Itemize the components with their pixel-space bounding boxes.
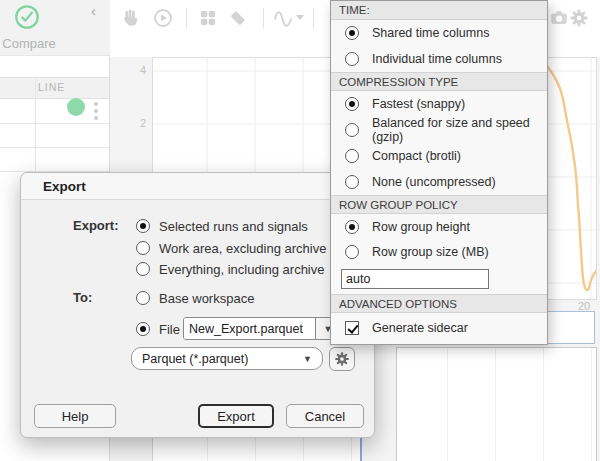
y-tick-4: 4 [130,64,146,76]
radio-icon[interactable] [136,262,150,276]
column-divider [35,77,36,171]
radio-label: Row group height [372,220,470,234]
export-button[interactable]: Export [198,404,274,428]
row-group-value-row [331,264,547,294]
radio-none-uncompressed[interactable]: None (uncompressed) [331,169,547,195]
radio-shared-time-columns[interactable]: Shared time columns [331,20,547,46]
radio-label: Balanced for size and speed (gzip) [372,116,547,144]
radio-everything[interactable]: Everything, including archive [136,260,324,278]
pan-hand-icon[interactable] [120,7,142,29]
radio-label: Compact (brotli) [372,149,461,163]
radio-icon[interactable] [345,97,359,111]
radio-icon[interactable] [345,123,359,137]
row-group-value-input[interactable] [341,269,489,289]
file-type-value: Parquet (*.parquet) [142,352,248,366]
radio-icon[interactable] [136,291,150,305]
radio-individual-time-columns[interactable]: Individual time columns [331,46,547,72]
row-divider [0,55,109,56]
radio-row-group-height[interactable]: Row group height [331,214,547,240]
signal-wave-icon[interactable] [272,7,294,29]
eraser-icon[interactable] [227,7,249,29]
radio-label: None (uncompressed) [372,175,496,189]
toolbar-divider [263,8,264,29]
section-header-row-group: ROW GROUP POLICY [331,195,547,214]
signal-curve [543,60,596,290]
parquet-options-panel: TIME: Shared time columns Individual tim… [330,0,548,345]
radio-selected-runs[interactable]: Selected runs and signals [136,217,308,235]
radio-label: Row group size (MB) [372,245,489,259]
radio-label: Everything, including archive [159,262,324,277]
checkbox-label: Generate sidecar [372,321,468,335]
file-name-combobox[interactable]: ▼ [183,317,341,340]
row-menu-icon[interactable] [94,99,98,123]
gridline [591,348,592,461]
cancel-button-label: Cancel [305,409,345,424]
export-group-label: Export: [73,218,119,233]
radio-fastest-snappy[interactable]: Fastest (snappy) [331,91,547,117]
export-button-label: Export [217,409,255,424]
radio-label: File [159,322,180,337]
export-dialog-title: Export [43,179,86,194]
radio-file[interactable]: File [136,320,180,338]
chart-bottom-right[interactable] [396,347,597,461]
row-divider [0,123,109,124]
help-button[interactable]: Help [34,404,116,428]
chevron-down-icon: ▼ [303,354,312,364]
gridline [543,348,544,461]
signal-color-dot[interactable] [67,98,85,116]
radio-label: Base workspace [159,291,254,306]
checkbox-generate-sidecar[interactable]: Generate sidecar [331,313,547,343]
file-type-dropdown[interactable]: Parquet (*.parquet) ▼ [131,347,323,370]
file-name-input[interactable] [184,318,315,339]
radio-label: Selected runs and signals [159,219,308,234]
gridline [447,348,448,461]
radio-icon[interactable] [136,241,150,255]
radio-work-area[interactable]: Work area, excluding archive [136,239,326,257]
gridline [495,348,496,461]
section-header-time: TIME: [331,1,547,20]
help-button-label: Help [62,409,89,424]
gear-icon [334,351,350,367]
line-column-header: LINE [38,81,65,93]
collapse-chevron-icon[interactable]: ‹ [91,2,96,19]
radio-label: Shared time columns [372,26,489,40]
toolbar-divider [313,8,314,29]
radio-icon[interactable] [345,175,359,189]
radio-icon[interactable] [345,26,359,40]
section-header-advanced: ADVANCED OPTIONS [331,294,547,313]
radio-label: Work area, excluding archive [159,241,326,256]
export-dialog: Export Export: Selected runs and signals… [20,172,375,438]
radio-row-group-size[interactable]: Row group size (MB) [331,240,547,264]
radio-label: Fastest (snappy) [372,97,465,111]
checkbox-icon[interactable] [345,321,359,335]
radio-icon[interactable] [136,322,150,336]
section-header-compression: COMPRESSION TYPE [331,72,547,91]
radio-icon[interactable] [345,220,359,234]
gear-icon[interactable] [569,8,589,28]
app-window: 4 2 15 20 [0,0,600,461]
cancel-button[interactable]: Cancel [286,404,364,428]
radio-icon[interactable] [345,52,359,66]
radio-icon[interactable] [136,219,150,233]
y-tick-2: 2 [130,117,146,129]
row-divider [0,147,109,148]
layout-grid-icon[interactable] [197,7,219,29]
toolbar-divider [186,8,187,29]
compare-check-icon[interactable] [13,3,41,31]
camera-icon[interactable] [549,8,569,28]
radio-icon[interactable] [345,149,359,163]
compare-label: Compare [0,36,58,51]
play-icon[interactable] [152,7,174,29]
export-options-gear-button[interactable] [329,347,355,371]
radio-base-workspace[interactable]: Base workspace [136,289,254,307]
chevron-down-icon[interactable] [296,15,304,20]
radio-balanced-gzip[interactable]: Balanced for size and speed (gzip) [331,117,547,143]
radio-icon[interactable] [345,245,359,259]
radio-compact-brotli[interactable]: Compact (brotli) [331,143,547,169]
to-group-label: To: [73,290,92,305]
radio-label: Individual time columns [372,52,502,66]
export-dialog-titlebar[interactable]: Export [21,173,374,200]
